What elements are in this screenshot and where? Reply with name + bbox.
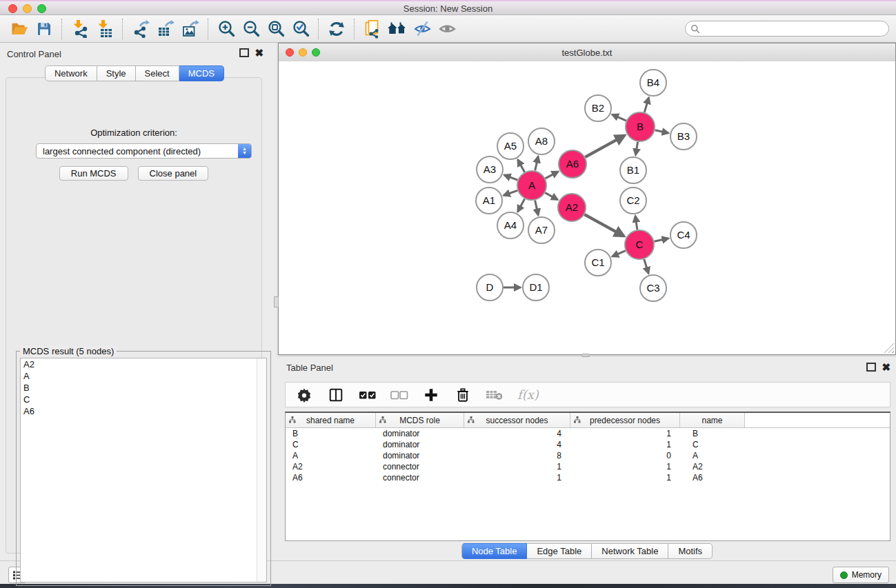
export-table-icon[interactable] [153, 17, 178, 41]
column-header-predecessor-nodes[interactable]: predecessor nodes [570, 413, 680, 427]
tab-mcds[interactable]: MCDS [179, 65, 224, 81]
graph-edge-A-A2[interactable] [545, 193, 557, 200]
column-header-MCDS-role[interactable]: MCDS role [376, 413, 464, 427]
zoom-fit-icon[interactable] [263, 17, 288, 41]
graph-node-B4[interactable]: B4 [640, 70, 666, 96]
mcds-result-list[interactable]: A2ABCA6 [20, 358, 267, 582]
graph-node-B1[interactable]: B1 [620, 157, 646, 183]
graph-edge-A-A4[interactable] [518, 199, 525, 212]
float-table-panel-icon[interactable] [866, 363, 876, 372]
zoom-out-icon[interactable] [239, 17, 263, 41]
mcds-result-item[interactable]: B [21, 382, 266, 394]
refresh-icon[interactable] [324, 17, 349, 41]
network-canvas[interactable]: B4B2BB3A5A8A6A3B1AA1C2A2A4A7CC4C1C3DD1 [279, 61, 895, 354]
column-header-name[interactable]: name [680, 413, 745, 427]
import-table-icon[interactable] [92, 17, 117, 41]
float-panel-icon[interactable] [239, 48, 249, 57]
graph-edge-A-A8[interactable] [535, 156, 539, 171]
import-network-icon[interactable] [68, 17, 92, 41]
create-network-icon[interactable] [360, 17, 385, 41]
search-box[interactable] [685, 21, 889, 37]
select-all-checkboxes-icon[interactable] [359, 386, 377, 404]
export-image-icon[interactable] [178, 17, 203, 41]
graph-node-A8[interactable]: A8 [528, 128, 555, 154]
tab-network[interactable]: Network [45, 65, 97, 81]
search-input[interactable] [704, 23, 888, 34]
open-file-icon[interactable] [7, 17, 32, 41]
graph-node-A1[interactable]: A1 [476, 187, 502, 214]
graph-edge-C-C2[interactable] [635, 216, 637, 230]
graph-node-B[interactable]: B [626, 112, 655, 141]
export-network-icon[interactable] [128, 17, 153, 41]
home-icon[interactable] [385, 17, 410, 41]
graph-node-A[interactable]: A [517, 171, 546, 200]
split-columns-icon[interactable] [327, 386, 345, 404]
show-graphics-icon[interactable] [435, 17, 459, 41]
tab-style[interactable]: Style [97, 65, 136, 81]
optimization-criterion-select[interactable]: largest connected component (directed) ▲… [36, 143, 252, 159]
table-row[interactable]: Cdominator41C [286, 439, 890, 450]
run-mcds-button[interactable]: Run MCDS [59, 166, 128, 181]
table-tab-network-table[interactable]: Network Table [592, 543, 668, 559]
memory-button[interactable]: Memory [833, 567, 889, 583]
graph-node-A6[interactable]: A6 [559, 150, 586, 178]
graph-edge-A6-B[interactable] [585, 135, 624, 157]
graph-edge-A-A1[interactable] [504, 190, 517, 195]
graph-edge-B-B2[interactable] [613, 114, 626, 121]
scrollbar-track[interactable] [257, 358, 266, 582]
graph-node-D[interactable]: D [477, 274, 503, 301]
graph-node-D1[interactable]: D1 [523, 274, 549, 301]
table-row[interactable]: Adominator80A [286, 450, 890, 461]
network-window-titlebar[interactable]: testGlobe.txt [279, 43, 895, 62]
graph-edge-C-C4[interactable] [655, 239, 669, 242]
table-tab-motifs[interactable]: Motifs [668, 543, 713, 559]
node-table[interactable]: shared nameMCDS rolesuccessor nodesprede… [285, 412, 890, 541]
close-panel-button[interactable]: Close panel [138, 166, 209, 181]
table-settings-icon[interactable] [295, 386, 313, 404]
deselect-all-checkboxes-icon[interactable] [390, 386, 408, 404]
zoom-selected-icon[interactable] [288, 17, 313, 41]
table-tab-node-table[interactable]: Node Table [461, 543, 528, 559]
close-table-panel-icon[interactable]: ✖ [882, 363, 890, 372]
graph-edge-A-A7[interactable] [535, 201, 539, 216]
graph-edge-B-B4[interactable] [644, 98, 648, 112]
graph-node-C1[interactable]: C1 [585, 250, 611, 276]
graph-node-A7[interactable]: A7 [528, 217, 555, 243]
graph-edge-B-B3[interactable] [655, 130, 669, 133]
hide-graphics-icon[interactable] [410, 17, 435, 41]
table-tab-edge-table[interactable]: Edge Table [527, 543, 592, 559]
mcds-result-item[interactable]: A [21, 370, 266, 382]
graph-node-C[interactable]: C [625, 230, 654, 259]
graph-node-A5[interactable]: A5 [497, 133, 524, 159]
table-row[interactable]: A6connector11A6 [286, 472, 890, 483]
graph-node-C4[interactable]: C4 [670, 222, 697, 248]
column-header-shared-name[interactable]: shared name [286, 413, 376, 427]
table-row[interactable]: Bdominator41B [286, 428, 890, 439]
graph-edge-A-A3[interactable] [504, 175, 517, 180]
column-header-successor-nodes[interactable]: successor nodes [464, 413, 570, 427]
graph-node-B3[interactable]: B3 [670, 123, 697, 150]
mcds-result-item[interactable]: A2 [21, 358, 266, 370]
graph-edge-C-C3[interactable] [644, 259, 649, 274]
tab-select[interactable]: Select [136, 65, 179, 81]
mcds-result-item[interactable]: A6 [21, 405, 266, 417]
close-panel-icon[interactable]: ✖ [255, 49, 263, 57]
function-builder-icon[interactable]: f(x) [517, 387, 539, 402]
save-session-icon[interactable] [32, 17, 57, 41]
graph-edge-C-C1[interactable] [613, 251, 626, 256]
delete-table-icon[interactable] [486, 386, 504, 404]
graph-edge-B-B1[interactable] [636, 142, 638, 155]
graph-node-B2[interactable]: B2 [585, 95, 611, 121]
zoom-in-icon[interactable] [214, 17, 239, 41]
graph-edge-A2-C[interactable] [584, 214, 624, 236]
graph-node-A2[interactable]: A2 [558, 194, 586, 221]
graph-node-A3[interactable]: A3 [477, 156, 503, 183]
graph-edge-A-A5[interactable] [518, 160, 525, 172]
graph-node-A4[interactable]: A4 [497, 212, 524, 239]
delete-column-icon[interactable] [454, 386, 472, 404]
graph-node-C2[interactable]: C2 [620, 187, 646, 214]
graph-node-C3[interactable]: C3 [640, 275, 666, 301]
mcds-result-item[interactable]: C [21, 394, 266, 405]
table-row[interactable]: A2connector11A2 [286, 461, 890, 472]
graph-edge-A-A6[interactable] [546, 172, 559, 179]
